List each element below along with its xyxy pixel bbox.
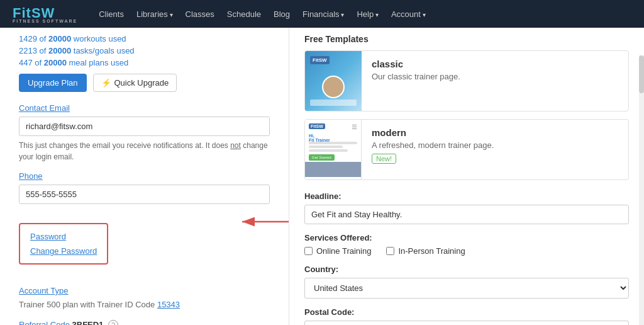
headline-label: Headline: bbox=[304, 191, 629, 201]
trainer-id-link[interactable]: 15343 bbox=[157, 300, 180, 309]
country-section: Country: United States bbox=[304, 265, 629, 299]
password-box: Password Change Password bbox=[19, 223, 108, 265]
template-card-modern[interactable]: FitSW ☰ Hi,Fit Trainer Get Started moder… bbox=[304, 119, 629, 180]
inperson-training-label: In-Person Training bbox=[398, 246, 465, 256]
info-icon[interactable]: ? bbox=[108, 320, 118, 325]
logo: FitSW FITNESS SOFTWARE bbox=[13, 5, 77, 23]
thumb-menu-icon: ☰ bbox=[352, 123, 357, 130]
main-container: 1429 of 20000 workouts used 2213 of 2000… bbox=[0, 28, 644, 325]
scrollbar-track[interactable] bbox=[639, 55, 644, 325]
left-panel: 1429 of 20000 workouts used 2213 of 2000… bbox=[0, 28, 289, 325]
quick-upgrade-button[interactable]: ⚡ Quick Upgrade bbox=[93, 74, 177, 92]
template-thumb-classic: FitSW bbox=[305, 51, 362, 111]
logo-sw: SW bbox=[31, 5, 55, 21]
password-label[interactable]: Password bbox=[30, 232, 97, 241]
nav-help[interactable]: Help bbox=[357, 9, 379, 19]
usage-meals: 447 of 20000 meal plans used bbox=[19, 58, 270, 67]
thumb-logo-modern: FitSW bbox=[309, 123, 325, 129]
nav-account[interactable]: Account bbox=[391, 9, 426, 19]
template-cards: FitSW classic Our classic trainer page. … bbox=[304, 50, 629, 180]
upgrade-plan-button[interactable]: Upgrade Plan bbox=[19, 74, 87, 92]
thumb-logo: FitSW bbox=[310, 56, 330, 64]
headline-input[interactable] bbox=[304, 205, 629, 224]
nav-blog[interactable]: Blog bbox=[274, 9, 290, 19]
free-templates-title: Free Templates bbox=[304, 34, 629, 44]
online-training-checkbox-label: Online Training bbox=[304, 246, 371, 256]
template-info-modern: modern A refreshed, modern trainer page.… bbox=[362, 120, 628, 180]
change-password-link[interactable]: Change Password bbox=[30, 246, 97, 256]
template-desc-classic: Our classic trainer page. bbox=[372, 72, 618, 81]
account-type-section: Account Type Trainer 500 plan with Train… bbox=[19, 286, 270, 309]
password-section-wrapper: Password Change Password bbox=[19, 214, 270, 273]
referral-label[interactable]: Referral Code 3BFED1 ? bbox=[19, 320, 118, 325]
thumb-email-bar bbox=[310, 100, 357, 106]
thumb-photo bbox=[305, 162, 361, 177]
nav-libraries[interactable]: Libraries bbox=[136, 9, 173, 19]
account-type-value: Trainer 500 plan with Trainer ID Code 15… bbox=[19, 300, 180, 309]
services-label: Services Offered: bbox=[304, 233, 629, 242]
inperson-training-checkbox-label: In-Person Training bbox=[386, 246, 465, 256]
usage-workouts: 1429 of 20000 workouts used bbox=[19, 34, 270, 43]
country-label: Country: bbox=[304, 265, 629, 274]
contact-email-label[interactable]: Contact Email bbox=[19, 103, 270, 113]
template-card-classic[interactable]: FitSW classic Our classic trainer page. bbox=[304, 50, 629, 111]
red-arrow bbox=[236, 209, 289, 234]
checkboxes-row: Online Training In-Person Training bbox=[304, 246, 629, 256]
right-panel: Free Templates FitSW classic Our classic… bbox=[289, 28, 644, 325]
logo-fit: Fit bbox=[13, 5, 31, 21]
thumb-trainer-text: Hi,Fit Trainer bbox=[309, 134, 330, 142]
phone-input[interactable] bbox=[19, 185, 270, 204]
thumb-lines bbox=[309, 142, 357, 153]
inperson-training-checkbox[interactable] bbox=[386, 247, 394, 255]
services-section: Services Offered: Online Training In-Per… bbox=[304, 233, 629, 256]
contact-email-input[interactable] bbox=[19, 117, 270, 136]
nav-clients[interactable]: Clients bbox=[99, 9, 124, 19]
thumb-green-btn: Get Started bbox=[309, 154, 335, 161]
contact-email-help: This just changes the email you receive … bbox=[19, 140, 270, 162]
upgrade-buttons: Upgrade Plan ⚡ Quick Upgrade bbox=[19, 74, 270, 92]
template-thumb-modern: FitSW ☰ Hi,Fit Trainer Get Started bbox=[305, 120, 362, 180]
nav-classes[interactable]: Classes bbox=[186, 9, 214, 19]
template-badge-new: New! bbox=[372, 154, 396, 164]
online-training-label: Online Training bbox=[316, 246, 371, 256]
postal-label: Postal Code: bbox=[304, 307, 629, 317]
logo-subtitle: FITNESS SOFTWARE bbox=[13, 19, 77, 23]
headline-section: Headline: bbox=[304, 191, 629, 224]
country-select[interactable]: United States bbox=[304, 278, 629, 299]
template-name-modern: modern bbox=[372, 127, 618, 138]
navbar: FitSW FITNESS SOFTWARE Clients Libraries… bbox=[0, 0, 644, 28]
lightning-icon: ⚡ bbox=[101, 78, 111, 88]
account-type-label[interactable]: Account Type bbox=[19, 286, 270, 295]
nav-schedule[interactable]: Schedule bbox=[227, 9, 261, 19]
template-name-classic: classic bbox=[372, 59, 618, 69]
referral-code: 3BFED1 bbox=[72, 320, 104, 325]
template-desc-modern: A refreshed, modern trainer page. bbox=[372, 140, 618, 150]
phone-label[interactable]: Phone bbox=[19, 171, 270, 181]
thumb-avatar bbox=[322, 76, 345, 98]
nav-links: Clients Libraries Classes Schedule Blog … bbox=[99, 9, 426, 19]
online-training-checkbox[interactable] bbox=[304, 247, 313, 255]
postal-input[interactable] bbox=[304, 321, 629, 325]
referral-section: Referral Code 3BFED1 ? bbox=[19, 319, 270, 325]
nav-financials[interactable]: Financials bbox=[303, 9, 344, 19]
template-info-classic: classic Our classic trainer page. bbox=[362, 51, 628, 111]
postal-section: Postal Code: bbox=[304, 307, 629, 325]
usage-tasks: 2213 of 20000 tasks/goals used bbox=[19, 46, 270, 55]
scrollbar-thumb[interactable] bbox=[639, 55, 644, 93]
